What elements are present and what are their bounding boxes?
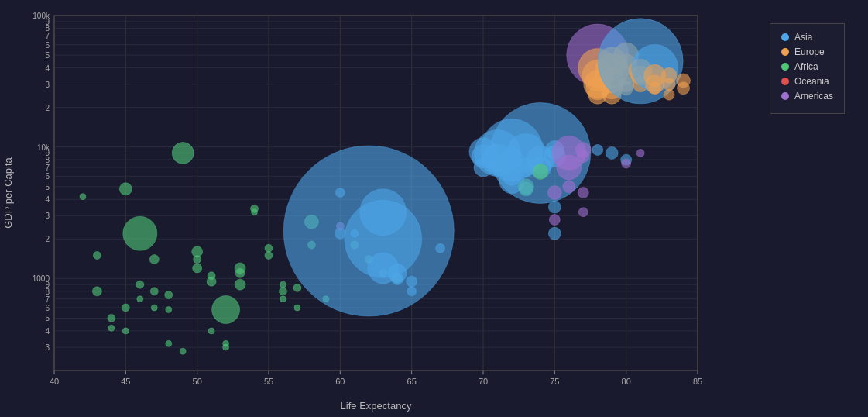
svg-point-168 [547,186,561,200]
svg-text:4: 4 [45,195,50,204]
svg-point-110 [208,272,215,280]
legend-dot [781,63,789,71]
svg-point-94 [122,304,129,312]
svg-point-108 [194,256,201,264]
svg-point-120 [265,244,273,252]
svg-point-209 [664,89,674,100]
svg-point-93 [122,328,129,334]
chart-legend: AsiaEuropeAfricaOceaniaAmericas [770,23,845,114]
svg-point-116 [235,279,245,290]
svg-point-123 [280,296,286,302]
svg-point-164 [533,164,548,179]
legend-dot [781,33,789,41]
svg-point-145 [407,276,417,287]
svg-point-122 [280,281,286,288]
svg-text:10k: 10k [37,143,50,152]
svg-point-104 [172,142,194,164]
svg-point-190 [606,146,618,159]
legend-label: Asia [794,32,812,43]
legend-dot [781,48,789,56]
scatter-chart: 4045505560657075808534567891000234567891… [0,0,868,417]
legend-item-europe: Europe [781,47,833,57]
svg-point-119 [252,209,258,215]
legend-dot [781,92,789,100]
svg-text:55: 55 [264,377,273,386]
svg-text:4: 4 [45,327,50,336]
svg-point-114 [223,344,229,350]
svg-point-95 [136,281,144,288]
svg-text:7: 7 [45,295,50,304]
svg-text:6: 6 [45,41,50,50]
svg-point-117 [235,268,245,277]
svg-text:6: 6 [45,172,50,181]
svg-point-208 [663,78,675,91]
svg-text:80: 80 [622,377,631,386]
svg-text:85: 85 [693,377,702,386]
svg-point-105 [180,348,186,354]
legend-label: Africa [794,61,818,72]
svg-point-92 [119,183,132,195]
svg-text:40: 40 [50,377,59,386]
svg-point-146 [407,287,417,296]
svg-point-111 [208,328,214,334]
svg-point-124 [279,288,286,295]
svg-point-98 [150,288,158,295]
legend-item-americas: Americas [781,91,833,102]
svg-text:100k: 100k [33,12,50,20]
svg-text:3: 3 [45,343,50,352]
svg-point-211 [678,82,690,95]
svg-point-144 [391,272,403,284]
svg-point-100 [149,255,159,264]
svg-text:4: 4 [45,64,50,73]
svg-point-103 [166,340,172,346]
svg-point-169 [549,215,560,226]
svg-text:70: 70 [479,377,488,386]
svg-point-175 [577,150,589,163]
svg-point-167 [548,201,561,213]
svg-point-197 [622,159,631,168]
svg-point-121 [265,252,273,260]
svg-text:GDP per Capita: GDP per Capita [2,157,14,228]
svg-point-206 [649,82,661,95]
legend-item-asia: Asia [781,32,833,43]
svg-text:2: 2 [45,235,50,243]
legend-item-oceania: Oceania [781,76,833,87]
svg-text:2: 2 [45,104,50,112]
svg-text:3: 3 [45,212,50,220]
svg-text:7: 7 [45,32,50,40]
svg-point-97 [123,216,157,250]
svg-point-126 [294,305,300,311]
svg-text:75: 75 [550,377,559,386]
legend-label: Europe [794,47,825,57]
svg-text:50: 50 [193,377,202,386]
svg-point-91 [108,325,115,331]
svg-point-88 [92,287,101,296]
svg-text:5: 5 [45,183,50,191]
svg-text:65: 65 [407,377,417,386]
svg-point-125 [293,284,301,291]
svg-point-101 [165,291,173,299]
svg-text:5: 5 [45,314,50,322]
svg-point-102 [166,307,172,313]
svg-point-99 [151,305,157,311]
svg-point-184 [592,144,603,155]
svg-text:60: 60 [335,377,345,386]
svg-point-90 [108,314,115,322]
svg-point-87 [80,194,86,200]
svg-point-170 [548,227,561,240]
legend-label: Oceania [794,76,829,87]
svg-point-173 [563,181,575,193]
svg-text:Life Expectancy: Life Expectancy [341,400,412,412]
svg-point-96 [137,296,143,302]
chart-container: 4045505560657075808534567891000234567891… [0,0,868,417]
svg-point-177 [578,208,588,217]
legend-item-africa: Africa [781,61,833,72]
svg-text:45: 45 [121,377,130,386]
svg-text:6: 6 [45,304,50,312]
svg-text:3: 3 [45,81,50,89]
svg-text:7: 7 [45,164,50,172]
svg-text:5: 5 [45,51,50,60]
legend-dot [781,78,789,85]
svg-point-202 [636,149,644,157]
svg-point-176 [578,188,588,198]
